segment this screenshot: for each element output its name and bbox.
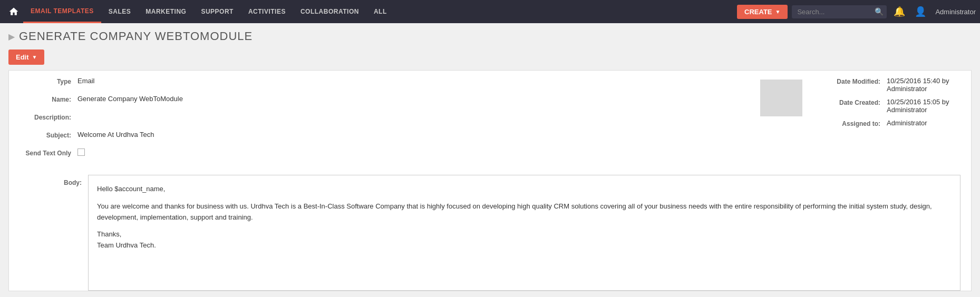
create-arrow-icon: ▼	[775, 9, 781, 15]
back-arrow-icon[interactable]: ▶	[8, 32, 15, 42]
date-created-label: Date Created:	[813, 98, 887, 106]
search-wrapper: 🔍	[792, 5, 887, 18]
subject-field-row: Subject: Welcome At Urdhva Tech	[9, 131, 760, 143]
user-icon-button[interactable]: 👤	[912, 3, 929, 20]
right-panel: Date Modified: 10/25/2016 15:40 by Admin…	[760, 71, 971, 173]
send-text-only-checkbox[interactable]	[77, 148, 85, 156]
main-container: Type Email Name: Generate Company WebToM…	[0, 70, 980, 291]
create-button[interactable]: CREATE ▼	[737, 5, 788, 19]
assigned-to-label: Assigned to:	[813, 119, 887, 127]
notifications-button[interactable]: 🔔	[891, 3, 908, 20]
page-title: GENERATE COMPANY WEBTOMODULE	[19, 29, 253, 43]
image-placeholder	[760, 80, 802, 116]
user-label: Administrator	[935, 8, 976, 16]
subject-value: Welcome At Urdhva Tech	[77, 131, 760, 138]
detail-panel: Type Email Name: Generate Company WebToM…	[8, 70, 972, 291]
body-section: Body: Hello $account_name, You are welco…	[9, 173, 971, 291]
body-line2: You are welcome and thanks for business …	[97, 201, 952, 223]
date-created-row: Date Created: 10/25/2016 15:05 by Admini…	[813, 98, 971, 114]
name-label: Name:	[9, 95, 77, 103]
right-fields: Date Modified: 10/25/2016 15:40 by Admin…	[813, 77, 971, 137]
date-modified-value: 10/25/2016 15:40 by Administrator	[887, 77, 971, 93]
assigned-to-value: Administrator	[887, 119, 927, 127]
search-input[interactable]	[792, 5, 887, 18]
edit-button[interactable]: Edit ▼	[8, 49, 44, 65]
body-label: Body:	[20, 175, 88, 186]
send-text-only-row: Send Text Only	[9, 148, 760, 161]
subject-label: Subject:	[9, 131, 77, 139]
nav-all[interactable]: All	[366, 0, 394, 23]
name-value: Generate Company WebToModule	[77, 95, 760, 103]
toolbar: Edit ▼	[0, 47, 980, 70]
nav-email-templates[interactable]: Email Templates	[23, 0, 101, 23]
date-modified-row: Date Modified: 10/25/2016 15:40 by Admin…	[813, 77, 971, 93]
assigned-to-row: Assigned to: Administrator	[813, 119, 971, 132]
nav-collaboration[interactable]: Collaboration	[293, 0, 366, 23]
type-value: Email	[77, 77, 760, 85]
date-modified-label: Date Modified:	[813, 77, 887, 85]
right-inner: Date Modified: 10/25/2016 15:40 by Admin…	[760, 77, 971, 137]
top-navigation: Email Templates Sales Marketing Support …	[0, 0, 980, 23]
body-content-area: Hello $account_name, You are welcome and…	[88, 175, 960, 291]
page-area: ▶ GENERATE COMPANY WEBTOMODULE Edit ▼ Ty…	[0, 23, 980, 297]
send-text-only-value	[77, 148, 760, 157]
sub-header: ▶ GENERATE COMPANY WEBTOMODULE	[0, 23, 980, 47]
create-label: CREATE	[744, 8, 772, 16]
body-line1: Hello $account_name,	[97, 184, 952, 195]
name-field-row: Name: Generate Company WebToModule	[9, 95, 760, 107]
left-fields: Type Email Name: Generate Company WebToM…	[9, 71, 760, 173]
home-button[interactable]	[4, 0, 23, 23]
nav-right-section: CREATE ▼ 🔍 🔔 👤 Administrator	[737, 3, 976, 20]
nav-links: Email Templates Sales Marketing Support …	[23, 0, 737, 23]
body-line3: Thanks,Team Urdhva Tech.	[97, 229, 952, 251]
description-field-row: Description:	[9, 113, 760, 125]
type-label: Type	[9, 77, 77, 85]
date-created-value: 10/25/2016 15:05 by Administrator	[887, 98, 971, 114]
send-text-only-label: Send Text Only	[9, 148, 77, 157]
nav-support[interactable]: Support	[193, 0, 241, 23]
edit-arrow-icon: ▼	[32, 54, 37, 60]
type-field-row: Type Email	[9, 77, 760, 90]
top-fields-row: Type Email Name: Generate Company WebToM…	[9, 71, 971, 173]
nav-sales[interactable]: Sales	[101, 0, 139, 23]
search-icon[interactable]: 🔍	[875, 7, 884, 16]
nav-marketing[interactable]: Marketing	[138, 0, 193, 23]
edit-label: Edit	[16, 53, 29, 61]
description-label: Description:	[9, 113, 77, 121]
nav-activities[interactable]: Activities	[241, 0, 293, 23]
